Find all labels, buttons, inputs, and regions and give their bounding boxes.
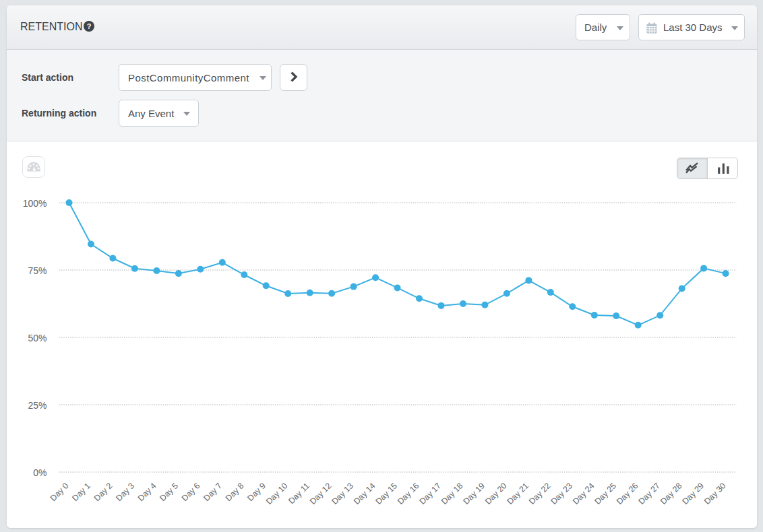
svg-text:Day 16: Day 16 (396, 481, 421, 506)
svg-text:Day 21: Day 21 (505, 481, 530, 506)
svg-text:Day 7: Day 7 (202, 481, 224, 503)
svg-text:75%: 75% (28, 265, 47, 276)
svg-text:Day 3: Day 3 (114, 481, 136, 503)
svg-text:0%: 0% (33, 467, 47, 478)
svg-text:Day 18: Day 18 (439, 481, 465, 506)
svg-text:Day 25: Day 25 (592, 481, 618, 506)
svg-text:Day 29: Day 29 (680, 481, 706, 506)
svg-text:Day 22: Day 22 (527, 481, 553, 506)
svg-text:Day 6: Day 6 (180, 481, 202, 503)
svg-text:25%: 25% (28, 400, 47, 411)
svg-text:Day 4: Day 4 (136, 481, 158, 503)
svg-text:Day 13: Day 13 (330, 481, 355, 506)
svg-text:Day 23: Day 23 (549, 481, 574, 506)
svg-text:Day 28: Day 28 (659, 481, 684, 506)
svg-text:50%: 50% (28, 333, 47, 343)
svg-text:Day 26: Day 26 (615, 481, 640, 506)
svg-text:Day 8: Day 8 (224, 481, 246, 503)
svg-text:Day 30: Day 30 (702, 481, 728, 506)
svg-text:Day 0: Day 0 (49, 481, 71, 503)
svg-text:Day 12: Day 12 (308, 481, 334, 506)
svg-text:Day 5: Day 5 (158, 481, 180, 503)
svg-text:Day 15: Day 15 (373, 481, 399, 506)
svg-text:Day 20: Day 20 (483, 481, 509, 506)
svg-text:Day 11: Day 11 (286, 481, 311, 506)
svg-text:Day 14: Day 14 (352, 481, 377, 506)
svg-text:Day 1: Day 1 (70, 481, 92, 503)
svg-text:Day 10: Day 10 (264, 481, 290, 506)
svg-text:Day 27: Day 27 (636, 481, 662, 506)
svg-text:100%: 100% (23, 198, 47, 209)
svg-text:Day 24: Day 24 (571, 481, 597, 506)
svg-text:Day 2: Day 2 (92, 481, 115, 503)
svg-text:Day 17: Day 17 (417, 481, 443, 506)
svg-text:Day 19: Day 19 (461, 481, 487, 506)
